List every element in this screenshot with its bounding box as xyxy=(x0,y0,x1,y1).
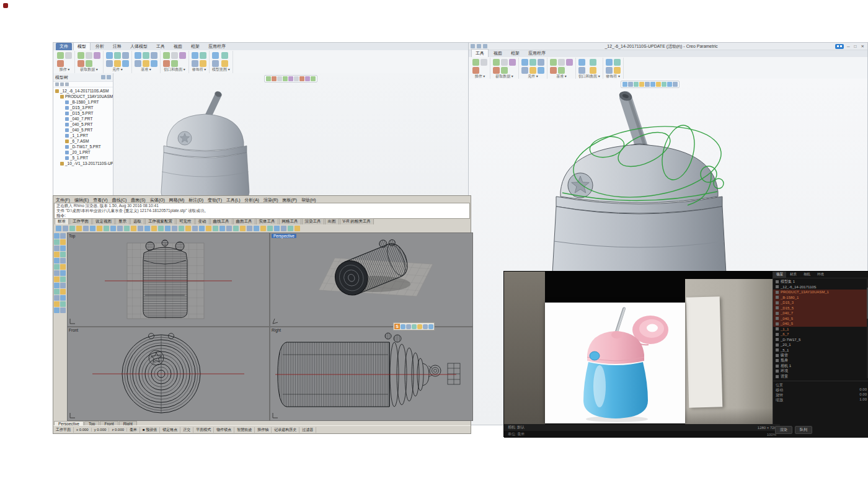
tree-show-icon[interactable] xyxy=(60,82,64,86)
toolbar-icon[interactable] xyxy=(240,226,246,231)
toolbar-icon[interactable] xyxy=(54,295,60,301)
toolbar-icon[interactable] xyxy=(151,52,157,59)
toolbar-icon[interactable] xyxy=(60,308,66,313)
model-tree-item[interactable]: _040_7.PRT xyxy=(53,116,113,122)
toolbar-icon[interactable] xyxy=(117,226,123,231)
scene-tree-item[interactable]: _040_5 xyxy=(773,316,868,322)
toolbar-icon[interactable] xyxy=(54,252,60,257)
toolbar-icon[interactable] xyxy=(54,258,60,263)
toolbar-icon[interactable] xyxy=(294,76,299,81)
model-tree-item[interactable]: _D15_5.PRT xyxy=(53,110,113,116)
toolbar-icon[interactable] xyxy=(274,226,280,231)
toolbar-icon[interactable] xyxy=(54,233,60,239)
toolbar-icon[interactable] xyxy=(639,82,644,87)
viewport-perspective-label[interactable]: Perspective xyxy=(272,234,296,238)
toolbar-icon[interactable] xyxy=(406,324,411,329)
model-tree-item[interactable]: _040_5.PRT xyxy=(53,122,113,127)
toolbar-icon[interactable] xyxy=(122,60,129,67)
model-tree-item[interactable]: _5_1.PRT xyxy=(53,155,113,161)
rhino-toolbar-tab[interactable]: 网格工具 xyxy=(279,218,301,224)
rhino-command-area[interactable]: 正在载入 Rhino 渲染器, 版本 1.50, Aug 30 2016 08:… xyxy=(54,203,470,219)
status-toggle[interactable]: 物件锁点 xyxy=(214,427,234,433)
toolbar-icon[interactable] xyxy=(97,226,102,231)
model-tree-item[interactable]: _040_5.PRT xyxy=(53,127,113,133)
toolbar-icon[interactable] xyxy=(192,52,198,59)
save-icon[interactable] xyxy=(471,44,475,48)
toolbar-icon[interactable] xyxy=(90,226,95,231)
toolbar-icon[interactable] xyxy=(529,59,536,66)
toolbar-icon[interactable] xyxy=(163,52,170,59)
render-button[interactable]: 队列 xyxy=(795,426,812,434)
project-panel-tab[interactable]: 材质 xyxy=(787,272,800,278)
toolbar-icon[interactable] xyxy=(54,239,60,245)
project-panel-tab[interactable]: 环境 xyxy=(814,272,827,278)
toolbar-icon[interactable] xyxy=(171,52,178,59)
close-button[interactable]: ✕ xyxy=(860,44,866,49)
toolbar-icon[interactable] xyxy=(165,226,170,231)
toolbar-icon[interactable] xyxy=(480,59,487,66)
toolbar-icon[interactable] xyxy=(57,60,64,67)
toolbar-icon[interactable] xyxy=(94,52,100,59)
toolbar-icon[interactable] xyxy=(60,258,66,263)
toolbar-icon[interactable] xyxy=(106,60,113,67)
toolbar-icon[interactable] xyxy=(272,76,277,81)
toolbar-icon[interactable] xyxy=(219,226,225,231)
scene-tree-item[interactable]: _1_1 xyxy=(773,327,868,332)
ribbon-group-label[interactable]: 模型意图 ▾ xyxy=(212,67,230,73)
toolbar-icon[interactable] xyxy=(56,226,61,231)
toolbar-icon[interactable] xyxy=(578,59,585,66)
tree-settings-icon[interactable] xyxy=(101,75,105,79)
property-row[interactable]: 移动0.00 xyxy=(776,387,867,392)
toolbar-icon[interactable] xyxy=(650,82,655,87)
toolbar-icon[interactable] xyxy=(206,226,211,231)
toolbar-icon[interactable] xyxy=(299,76,304,81)
toolbar-icon[interactable] xyxy=(622,82,627,87)
scene-tree-item[interactable]: _B-1580_1 xyxy=(773,295,868,301)
toolbar-icon[interactable] xyxy=(493,67,500,74)
toolbar-icon[interactable] xyxy=(83,226,89,231)
toolbar-icon[interactable] xyxy=(221,52,228,59)
status-toggle[interactable]: x 0.000 xyxy=(74,428,92,432)
toolbar-icon[interactable] xyxy=(65,52,72,59)
viewport-top[interactable]: Top xyxy=(67,232,270,327)
toolbar-icon[interactable] xyxy=(645,82,650,87)
plugin-logo-icon[interactable]: S xyxy=(394,324,400,329)
rhino-toolbar-tab[interactable]: 工作视窗配置 xyxy=(145,218,175,224)
toolbar-icon[interactable] xyxy=(54,308,60,313)
model-tree-item[interactable]: _6_7.ASM xyxy=(53,138,113,144)
status-toggle[interactable]: 智慧轨迹 xyxy=(234,427,255,433)
ribbon-group-label[interactable]: 获取数据 ▾ xyxy=(78,67,100,73)
toolbar-icon[interactable] xyxy=(57,52,64,59)
viewport-front-label[interactable]: Front xyxy=(69,328,78,332)
toolbar-icon[interactable] xyxy=(60,239,66,245)
scene-tree-item[interactable]: _6_7 xyxy=(773,332,868,337)
creo1-ribbon-tab[interactable]: 视图 xyxy=(170,43,186,50)
toolbar-icon[interactable] xyxy=(628,82,633,87)
toolbar-icon[interactable] xyxy=(212,60,219,67)
toolbar-icon[interactable] xyxy=(590,59,596,66)
tree-expand-icon[interactable] xyxy=(55,82,59,86)
creo2-ribbon-tab[interactable]: 工具 xyxy=(471,49,489,57)
toolbar-icon[interactable] xyxy=(550,59,557,66)
toolbar-icon[interactable] xyxy=(521,59,528,66)
undo-icon[interactable] xyxy=(477,44,481,48)
toolbar-icon[interactable] xyxy=(305,76,310,81)
rhino-toolbar-tab[interactable]: 选取 xyxy=(130,218,144,224)
toolbar-icon[interactable] xyxy=(122,52,129,59)
toolbar-icon[interactable] xyxy=(566,59,573,66)
toolbar-icon[interactable] xyxy=(192,60,198,67)
scene-tree-item[interactable]: 瓶身 xyxy=(773,358,868,364)
toolbar-icon[interactable] xyxy=(114,60,121,67)
scene-tree-item[interactable]: PRODUCT_13AY10UASM_1 xyxy=(773,290,868,295)
scene-tree-item[interactable]: _040_7 xyxy=(773,311,868,316)
creo1-ribbon-tab[interactable]: 框架 xyxy=(187,43,203,50)
scene-tree-item[interactable]: 吸管 xyxy=(773,353,868,358)
model-tree-item[interactable]: PRODUCT_13AY10UASM_1.ASM xyxy=(53,94,113,99)
status-toggle[interactable]: 操作轴 xyxy=(255,427,272,433)
rhino-toolbar-tab[interactable]: 工作平面 xyxy=(69,218,92,224)
creo2-ribbon-tab[interactable]: 应用程序 xyxy=(525,50,549,57)
toolbar-icon[interactable] xyxy=(114,52,121,59)
property-row[interactable]: 旋转0.00 xyxy=(776,392,867,397)
toolbar-icon[interactable] xyxy=(54,283,60,288)
toolbar-icon[interactable] xyxy=(151,60,157,67)
